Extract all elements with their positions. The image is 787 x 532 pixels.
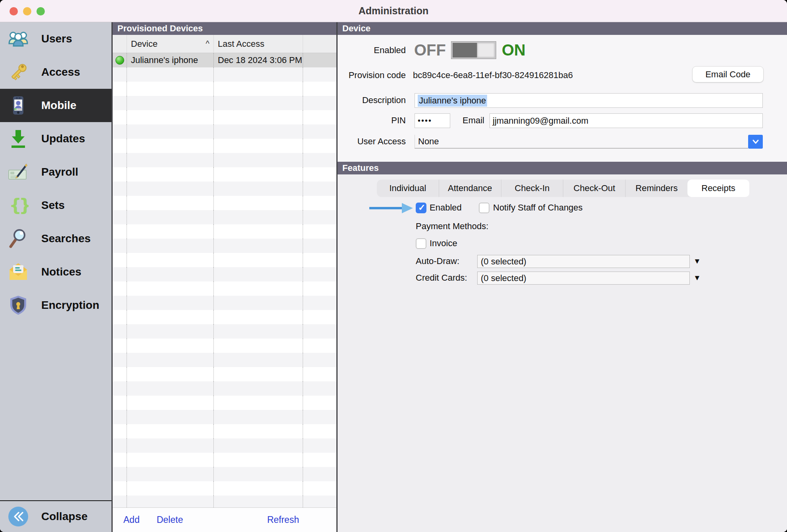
auto-draw-arrow-icon[interactable]: ▼: [693, 257, 701, 265]
empty-row: [113, 453, 336, 467]
minimize-button[interactable]: [23, 7, 31, 15]
traffic-lights: [10, 7, 45, 15]
credit-cards-arrow-icon[interactable]: ▼: [693, 274, 701, 281]
empty-row: [113, 281, 336, 296]
sidebar-item-access[interactable]: Access: [0, 55, 111, 89]
add-button[interactable]: Add: [123, 515, 140, 525]
empty-row: [113, 424, 336, 438]
empty-column-header: [303, 35, 336, 53]
empty-row: [113, 496, 336, 507]
device-detail-panel: Device Enabled OFF ON Provision code bc8…: [338, 22, 787, 532]
administration-window: Administration Users: [0, 0, 787, 532]
empty-row: [113, 153, 336, 167]
empty-row: [113, 467, 336, 481]
devices-actions-bar: Add Delete Refresh: [113, 507, 336, 532]
credit-cards-dropdown[interactable]: (0 selected): [477, 272, 690, 285]
sidebar-item-sets[interactable]: { } Sets: [0, 189, 111, 222]
invoice-checkbox[interactable]: [416, 238, 426, 249]
empty-row: [113, 367, 336, 381]
magnifier-icon: [8, 228, 29, 249]
empty-row: [113, 196, 336, 210]
sidebar-item-updates[interactable]: Updates: [0, 122, 111, 155]
sidebar: Users Access: [0, 22, 111, 532]
empty-row: [113, 296, 336, 310]
provision-code-value: bc89c4ce-6ea8-11ef-bf30-824916281ba6: [413, 70, 573, 80]
sidebar-item-label: Access: [41, 66, 80, 78]
payment-methods-label: Payment Methods:: [416, 221, 488, 232]
sidebar-item-encryption[interactable]: Encryption: [0, 289, 111, 322]
refresh-button[interactable]: Refresh: [267, 515, 299, 525]
empty-row: [113, 324, 336, 339]
empty-row: [113, 267, 336, 281]
notify-staff-checkbox[interactable]: [479, 203, 489, 213]
sidebar-item-label: Payroll: [41, 166, 78, 178]
description-field[interactable]: Julianne's iphone: [415, 93, 763, 108]
tab-attendance[interactable]: Attendance: [439, 180, 501, 197]
tab-check-out[interactable]: Check-Out: [563, 180, 625, 197]
empty-row: [113, 339, 336, 353]
last-access-column-header[interactable]: Last Access: [214, 35, 303, 53]
empty-row: [113, 310, 336, 324]
zoom-button[interactable]: [36, 7, 45, 15]
tab-reminders[interactable]: Reminders: [625, 180, 687, 197]
download-icon: [8, 128, 29, 149]
credit-cards-label: Credit Cards:: [416, 273, 467, 283]
enabled-toggle-label: Enabled: [338, 45, 406, 55]
status-column-header: [113, 35, 127, 53]
sidebar-item-mobile[interactable]: Mobile: [0, 89, 111, 122]
device-column-header[interactable]: Device ^: [127, 35, 214, 53]
pin-field[interactable]: ••••: [415, 113, 450, 128]
auto-draw-dropdown[interactable]: (0 selected): [477, 255, 690, 268]
empty-row: [113, 182, 336, 196]
tab-check-in[interactable]: Check-In: [501, 180, 563, 197]
sidebar-item-label: Updates: [41, 132, 85, 145]
empty-row: [113, 82, 336, 96]
users-icon: [8, 29, 29, 49]
tab-receipts[interactable]: Receipts: [687, 180, 749, 197]
close-button[interactable]: [10, 7, 18, 15]
check-pen-icon: [8, 162, 29, 182]
envelope-icon: [8, 262, 29, 282]
sidebar-item-notices[interactable]: Notices: [0, 255, 111, 289]
devices-table-header: Device ^ Last Access: [113, 35, 336, 53]
sidebar-item-payroll[interactable]: Payroll: [0, 155, 111, 189]
tab-individual[interactable]: Individual: [377, 180, 439, 197]
sidebar-item-label: Sets: [41, 199, 65, 212]
delete-button[interactable]: Delete: [157, 515, 183, 525]
empty-row: [113, 67, 336, 82]
sidebar-item-searches[interactable]: Searches: [0, 222, 111, 255]
sidebar-item-label: Users: [41, 33, 72, 45]
receipts-enabled-checkbox[interactable]: [416, 203, 426, 213]
user-access-label: User Access: [338, 136, 406, 147]
empty-row: [113, 224, 336, 239]
user-access-field[interactable]: None: [415, 135, 748, 149]
collapse-button[interactable]: Collapse: [0, 500, 111, 532]
device-row[interactable]: Julianne's iphoneDec 18 2024 3:06 PM: [113, 53, 336, 67]
window-title: Administration: [359, 5, 428, 17]
empty-row: [113, 96, 336, 110]
empty-row: [113, 167, 336, 182]
user-access-dropdown-button[interactable]: [748, 135, 763, 149]
chevron-down-icon: [752, 139, 760, 145]
key-icon: [8, 62, 29, 82]
email-code-button[interactable]: Email Code: [692, 66, 764, 82]
email-label: Email: [451, 115, 484, 126]
mobile-icon: [8, 95, 29, 116]
empty-row: [113, 124, 336, 139]
sidebar-item-label: Searches: [41, 232, 91, 245]
sort-ascending-icon: ^: [206, 39, 209, 48]
devices-table-body: Julianne's iphoneDec 18 2024 3:06 PM: [113, 53, 336, 507]
empty-row: [113, 396, 336, 410]
provisioned-devices-header: Provisioned Devices: [113, 22, 336, 35]
braces-icon: { }: [8, 195, 29, 216]
enabled-toggle[interactable]: [451, 42, 496, 59]
pin-label: PIN: [338, 115, 406, 126]
toggle-off-label: OFF: [414, 41, 446, 59]
empty-row: [113, 239, 336, 253]
sidebar-item-users[interactable]: Users: [0, 22, 111, 55]
selected-text: Julianne's iphone: [418, 95, 487, 107]
description-label: Description: [338, 95, 406, 105]
toggle-knob: [477, 43, 495, 57]
titlebar: Administration: [0, 0, 787, 22]
email-field[interactable]: jjmanning09@gmail.com: [489, 113, 763, 128]
